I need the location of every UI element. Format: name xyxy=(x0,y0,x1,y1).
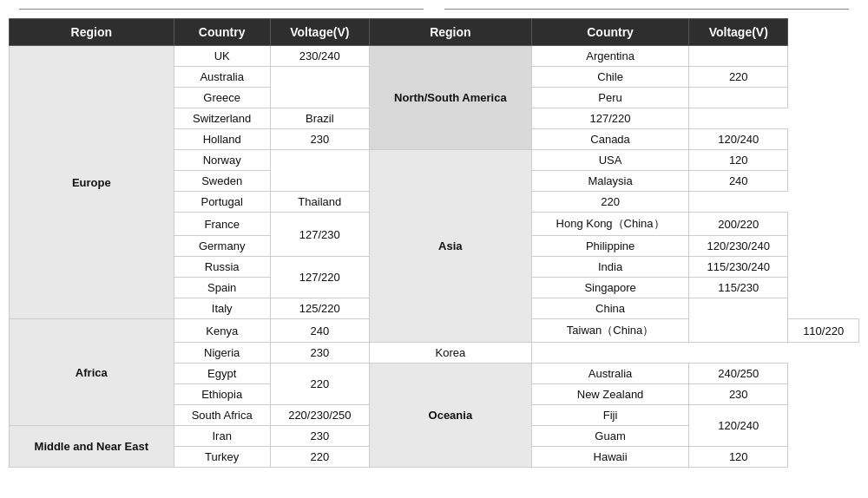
right-voltage-cell: 115/230/240 xyxy=(689,257,788,278)
right-region-cell: North/South America xyxy=(369,46,531,150)
left-country-cell: Spain xyxy=(174,278,270,298)
right-country-cell: Canada xyxy=(531,129,688,150)
table-header-row: Region Country Voltage(V) Region Country… xyxy=(10,19,859,46)
left-region-cell: Africa xyxy=(10,319,174,426)
table-wrapper: Region Country Voltage(V) Region Country… xyxy=(9,18,859,468)
col-header-voltage-left: Voltage(V) xyxy=(270,19,369,46)
title-container xyxy=(9,9,859,10)
right-voltage-cell: 230 xyxy=(689,384,788,405)
right-country-cell: Argentina xyxy=(531,46,688,67)
col-header-country-right: Country xyxy=(531,19,688,46)
right-voltage-cell: 200/220 xyxy=(689,213,788,236)
left-voltage-cell xyxy=(270,150,369,192)
left-country-cell: Germany xyxy=(174,236,270,257)
left-country-cell: Ethiopia xyxy=(174,384,270,405)
left-voltage-cell: 230/240 xyxy=(270,46,369,67)
left-voltage-cell: 230 xyxy=(270,129,369,150)
left-voltage-cell: 230 xyxy=(270,343,369,364)
left-country-cell: Portugal xyxy=(174,192,270,213)
left-country-cell: Australia xyxy=(174,67,270,88)
left-country-cell: Norway xyxy=(174,150,270,171)
right-voltage-cell: 120/240 xyxy=(689,405,788,447)
right-country-cell: Singapore xyxy=(531,278,688,298)
right-voltage-cell: 127/220 xyxy=(531,108,688,129)
right-country-cell: New Zealand xyxy=(531,384,688,405)
right-voltage-cell: 240 xyxy=(689,171,788,192)
col-header-country-left: Country xyxy=(174,19,270,46)
main-table: Region Country Voltage(V) Region Country… xyxy=(9,18,859,468)
right-country-cell: Philippine xyxy=(531,236,688,257)
right-country-cell: Malaysia xyxy=(531,171,688,192)
right-voltage-cell xyxy=(689,88,788,108)
left-voltage-cell: 127/230 xyxy=(270,213,369,257)
right-region-cell: Oceania xyxy=(369,364,531,468)
title-line-right xyxy=(444,9,849,10)
right-country-cell: Hong Kong（China） xyxy=(531,213,688,236)
left-voltage-cell: 220 xyxy=(270,364,369,405)
left-voltage-cell: 220/230/250 xyxy=(270,405,369,426)
left-country-cell: Holland xyxy=(174,129,270,150)
right-voltage-cell: 110/220 xyxy=(788,319,859,343)
col-header-region-left: Region xyxy=(10,19,174,46)
left-voltage-cell xyxy=(270,67,369,108)
right-voltage-cell xyxy=(689,46,788,67)
left-country-cell: Russia xyxy=(174,257,270,278)
left-country-cell: Nigeria xyxy=(174,343,270,364)
col-header-region-right: Region xyxy=(369,19,531,46)
right-country-cell: India xyxy=(531,257,688,278)
title-line-left xyxy=(19,9,424,10)
left-country-cell: Switzerland xyxy=(174,108,270,129)
left-country-cell: Iran xyxy=(174,426,270,447)
left-country-cell: Italy xyxy=(174,298,270,319)
left-country-cell: Egypt xyxy=(174,364,270,384)
right-country-cell: Brazil xyxy=(270,108,369,129)
left-voltage-cell: 127/220 xyxy=(270,257,369,298)
left-country-cell: South Africa xyxy=(174,405,270,426)
left-voltage-cell: 220 xyxy=(270,447,369,468)
right-voltage-cell: 220 xyxy=(531,192,688,213)
right-country-cell: Hawaii xyxy=(531,447,688,468)
right-country-cell: USA xyxy=(531,150,688,171)
left-country-cell: Turkey xyxy=(174,447,270,468)
right-voltage-cell: 240/250 xyxy=(689,364,788,384)
left-region-cell: Middle and Near East xyxy=(10,426,174,468)
right-voltage-cell: 115/230 xyxy=(689,278,788,298)
right-voltage-cell xyxy=(689,298,788,343)
right-country-cell: Korea xyxy=(369,343,531,364)
left-voltage-cell: 125/220 xyxy=(270,298,369,319)
left-country-cell: Kenya xyxy=(174,319,270,343)
right-voltage-cell: 120 xyxy=(689,447,788,468)
right-voltage-cell: 120 xyxy=(689,150,788,171)
right-country-cell: Taiwan（China） xyxy=(531,319,688,343)
right-country-cell: Australia xyxy=(531,364,688,384)
left-region-cell: Europe xyxy=(10,46,174,319)
left-country-cell: Greece xyxy=(174,88,270,108)
table-row: EuropeUK230/240North/South AmericaArgent… xyxy=(10,46,859,67)
left-country-cell: UK xyxy=(174,46,270,67)
right-voltage-cell: 120/230/240 xyxy=(689,236,788,257)
right-region-cell: Asia xyxy=(369,150,531,343)
right-country-cell: Chile xyxy=(531,67,688,88)
col-header-voltage-right: Voltage(V) xyxy=(689,19,788,46)
left-voltage-cell: 230 xyxy=(270,426,369,447)
right-voltage-cell: 220 xyxy=(689,67,788,88)
right-country-cell: Thailand xyxy=(270,192,369,213)
right-country-cell: Fiji xyxy=(531,405,688,426)
right-country-cell: Guam xyxy=(531,426,688,447)
left-country-cell: France xyxy=(174,213,270,236)
left-country-cell: Sweden xyxy=(174,171,270,192)
left-voltage-cell: 240 xyxy=(270,319,369,343)
right-country-cell: Peru xyxy=(531,88,688,108)
right-country-cell: China xyxy=(531,298,688,319)
right-voltage-cell: 120/240 xyxy=(689,129,788,150)
